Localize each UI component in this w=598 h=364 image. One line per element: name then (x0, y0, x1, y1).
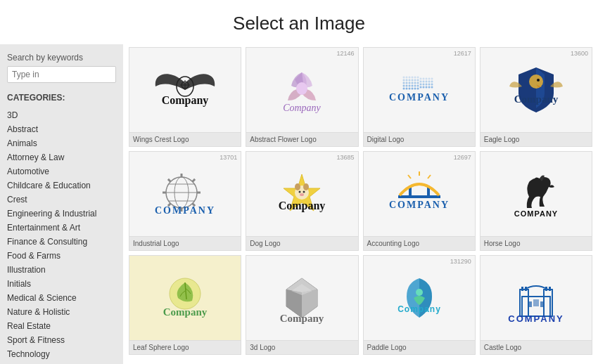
svg-text:COMPANY: COMPANY (508, 313, 564, 324)
logo-image-area: COMPANY (364, 48, 475, 132)
logo-card[interactable]: 13685 Company Dog Logo (246, 151, 358, 251)
svg-point-59 (537, 79, 540, 82)
svg-rect-110 (533, 299, 539, 306)
logo-card[interactable]: COMPANY Horse Logo (480, 151, 592, 251)
svg-point-34 (416, 82, 419, 84)
svg-point-27 (414, 77, 416, 79)
logo-id: 131290 (450, 258, 471, 265)
logo-name: Leaf Sphere Logo (129, 340, 241, 354)
svg-line-87 (428, 175, 431, 178)
category-item[interactable]: Initials (7, 277, 116, 291)
category-item[interactable]: Finance & Consulting (7, 235, 116, 249)
svg-point-5 (296, 82, 307, 95)
category-item[interactable]: Crest (7, 193, 116, 207)
svg-point-10 (402, 85, 405, 87)
svg-line-88 (408, 175, 411, 178)
svg-point-26 (411, 88, 413, 90)
svg-point-9 (402, 82, 405, 84)
svg-point-45 (425, 78, 427, 80)
category-item[interactable]: Technology (7, 347, 116, 361)
logo-card[interactable]: Company Wings Crest Logo (129, 47, 241, 147)
page-title: Select an Image (0, 0, 598, 44)
logo-grid: Company Wings Crest Logo 12146 Company A… (129, 47, 592, 355)
svg-point-49 (428, 78, 430, 80)
svg-point-56 (431, 86, 433, 89)
category-item[interactable]: Nature & Holistic (7, 305, 116, 319)
svg-point-48 (425, 86, 427, 89)
svg-point-79 (299, 191, 301, 193)
logo-name: Horse Logo (481, 236, 592, 250)
svg-line-73 (193, 179, 196, 182)
category-item[interactable]: Entertainment & Art (7, 221, 116, 235)
logo-card[interactable]: 12617 COMPANY Digital Logo (363, 47, 476, 147)
logo-id: 13685 (336, 154, 354, 161)
category-item[interactable]: Food & Farms (7, 249, 116, 263)
svg-rect-102 (520, 290, 528, 316)
svg-rect-105 (544, 290, 552, 316)
svg-point-77 (295, 183, 300, 190)
svg-point-36 (416, 88, 419, 90)
category-item[interactable]: Childcare & Education (7, 178, 116, 193)
logo-image-area: COMPANY (481, 152, 592, 236)
svg-text:COMPANY: COMPANY (389, 200, 450, 210)
logo-card[interactable]: 12146 Company Abstract Flower Logo (246, 47, 358, 147)
search-input[interactable] (7, 66, 116, 83)
svg-rect-107 (549, 287, 551, 291)
logo-image-area: Company (481, 48, 592, 132)
logo-name: Dog Logo (246, 236, 357, 250)
logo-image-area: Company (129, 256, 241, 340)
svg-point-33 (416, 79, 419, 82)
category-item[interactable]: Abstract (7, 122, 116, 136)
svg-line-71 (168, 179, 171, 182)
logo-image-area: Company (246, 256, 357, 340)
logo-name: Digital Logo (364, 132, 475, 146)
category-item[interactable]: Automotive (7, 164, 116, 178)
svg-point-8 (402, 79, 405, 82)
logo-id: 13701 (220, 154, 237, 161)
svg-rect-83 (398, 195, 440, 198)
svg-point-53 (431, 78, 433, 80)
svg-text:COMPANY: COMPANY (389, 92, 450, 103)
logo-name: Paddle Logo (364, 340, 475, 354)
category-item[interactable]: 3D (7, 108, 116, 122)
search-label: Search by keywords (7, 53, 116, 63)
category-item[interactable]: Illustration (7, 263, 116, 277)
svg-point-51 (428, 84, 430, 86)
svg-point-78 (303, 183, 309, 190)
svg-point-24 (411, 82, 413, 84)
logo-name: Castle Logo (481, 340, 592, 354)
svg-point-47 (425, 84, 427, 86)
logo-id: 12146 (336, 50, 354, 57)
categories-list: 3DAbstractAnimalsAttorney & LawAutomotiv… (7, 108, 116, 361)
logo-card[interactable]: Company 3d Logo (246, 255, 358, 355)
category-item[interactable]: Engineering & Industrial (7, 207, 116, 221)
logo-id: 12697 (454, 154, 471, 161)
svg-point-23 (411, 79, 413, 82)
logo-card[interactable]: COMPANY Castle Logo (480, 255, 592, 355)
logo-card[interactable]: 13600 Company Eagle Logo (480, 47, 592, 147)
logo-card[interactable]: 131290 Company Paddle Logo (363, 255, 476, 355)
svg-point-30 (414, 85, 416, 87)
logo-name: Wings Crest Logo (129, 132, 241, 146)
svg-point-81 (300, 193, 304, 196)
svg-point-13 (405, 79, 407, 82)
logo-image-area: COMPANY (481, 256, 592, 340)
logo-card[interactable]: 13701 COMPANY Industrial Logo (129, 151, 241, 251)
svg-text:COMPANY: COMPANY (155, 205, 215, 216)
svg-point-37 (419, 78, 421, 80)
svg-point-7 (402, 77, 405, 79)
svg-point-44 (422, 86, 424, 89)
svg-point-54 (431, 81, 433, 83)
category-item[interactable]: Real Estate (7, 319, 116, 333)
category-item[interactable]: Sport & Fitness (7, 333, 116, 347)
svg-point-25 (411, 85, 413, 87)
svg-point-42 (422, 81, 424, 83)
logo-card[interactable]: 12697 COMPANY Accounting Logo (363, 151, 476, 251)
category-item[interactable]: Attorney & Law (7, 150, 116, 164)
svg-point-29 (414, 82, 416, 84)
category-item[interactable]: Medical & Science (7, 291, 116, 305)
category-item[interactable]: Animals (7, 136, 116, 150)
sidebar: Search by keywords CATEGORIES: 3DAbstrac… (0, 44, 123, 364)
logo-card[interactable]: Company Leaf Sphere Logo (129, 255, 241, 355)
svg-point-31 (414, 88, 416, 90)
